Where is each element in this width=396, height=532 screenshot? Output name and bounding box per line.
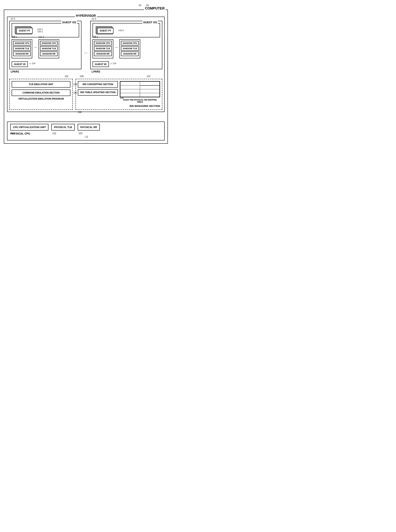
ref-112-2: 112-2 xyxy=(39,36,44,38)
dots-1: ··· xyxy=(34,39,37,49)
virt-emulation-box: 131 TLB EMULATION UNIT 133 COMMAND EMULA… xyxy=(9,79,73,110)
shadow-cpu-box-2: SHADOW CPU SHADOW TLB SHADOW RR xyxy=(39,39,59,58)
lpar2-ref: 11-2 xyxy=(92,17,96,20)
shadow-cpu-box-1: SHADOW CPU SHADOW TLB SHADOW RR xyxy=(12,39,32,58)
rid-converting: RID CONVERTING SECTION xyxy=(78,81,118,88)
computer-container: COMPUTER HYPERVISOR 11-1 GUEST OS xyxy=(4,10,168,144)
shadow-cpu-3: SHADOW CPU xyxy=(94,41,112,45)
guest-pt-ref-1: 112-1 xyxy=(37,28,43,30)
ref-13: 13 xyxy=(139,4,141,7)
command-emulation: COMMAND EMULATION SECTION xyxy=(12,89,70,96)
guest-pt-2: GUEST PT xyxy=(97,28,113,34)
shadow-tlb-3: SHADOW TLB xyxy=(94,46,112,51)
shadow-cpu-2: SHADOW CPU xyxy=(40,41,58,45)
shadow-tlb-4: SHADOW TLB xyxy=(121,46,139,51)
lpar2-label: LPAR2 xyxy=(92,70,100,73)
computer-label: COMPUTER xyxy=(144,6,166,11)
guest-pt-ref-115-2: 115-2 xyxy=(118,29,124,31)
physical-row: CPU VIRTUALIZATION UNIT 121 PHYSICAL TLB… xyxy=(10,124,161,130)
rid-managing-label: RID MANAGING SECTION xyxy=(78,105,160,107)
guest-pt-ref-115-1: 115-1 xyxy=(37,30,43,33)
guest-os-2: GUEST OS GUEST PT 115-2 xyxy=(93,23,160,37)
ref-112-1: 112-1 xyxy=(12,36,17,38)
guest-os-1: GUEST OS GUEST PT 112-1 115-1 xyxy=(12,23,79,37)
ref-131: 131 xyxy=(65,75,69,78)
ref-112-3: 112-3 xyxy=(93,36,98,38)
shadow-cpu-box-4: SHADOW CPU SHADOW TLB SHADOW RR xyxy=(119,39,140,58)
physical-tlb: PHYSICAL TLB xyxy=(51,124,75,130)
ref-135: 135 xyxy=(80,75,84,78)
physical-cpu-label: PHYSICAL CPU xyxy=(10,132,161,135)
lpar1-ref: 11-1 xyxy=(11,17,15,20)
guest-rid-table xyxy=(120,81,160,97)
shadow-rr-3: SHADOW RR xyxy=(94,52,112,56)
rid-table-updating: RID TABLE UPDATING SECTION xyxy=(78,89,118,96)
tlb-emulation: TLB EMULATION UNIT xyxy=(12,81,70,88)
rid-mapping-table xyxy=(120,82,160,97)
lpar1-box: 11-1 GUEST OS GUEST PT 112-1 xyxy=(9,21,82,69)
guest-pt-stack-2: GUEST PT xyxy=(97,28,113,34)
guest-pt-stack-1: GUEST PT xyxy=(16,28,33,34)
ref-114-1: ↙ 114 xyxy=(29,62,35,65)
shadow-tlb-1: SHADOW TLB xyxy=(13,46,31,51)
ref-12: ↑ 12 xyxy=(10,135,161,138)
lpar1-label: LPAR1 xyxy=(11,70,19,73)
ref-123: 123 xyxy=(79,132,82,135)
shadow-tlb-2: SHADOW TLB xyxy=(40,46,58,51)
ref-136: 136 xyxy=(120,97,124,99)
cpu-virt-unit: CPU VIRTUALIZATION UNIT xyxy=(10,124,48,130)
hypervisor-label: HYPERVISOR xyxy=(75,14,97,18)
shadow-cpu-1: SHADOW CPU xyxy=(13,41,31,45)
guest-rid-label: GUEST RID-PHYSICAL RID MAPPING TABLE xyxy=(120,99,160,103)
ref-114-2: ↙ 114 xyxy=(111,62,116,65)
rid-managing-section: 135 137 RID CONVERTING SECTION RID TABLE… xyxy=(76,79,162,110)
ref-122: 122 xyxy=(52,132,56,135)
dots-2: ··· xyxy=(115,39,118,49)
ref-137: 137 xyxy=(147,75,151,78)
physical-rr: PHYSICAL RR xyxy=(78,124,100,130)
shadow-cpu-box-3: SHADOW CPU SHADOW TLB SHADOW RR xyxy=(93,39,113,58)
shadow-rr-4: SHADOW RR xyxy=(121,52,139,56)
hypervisor-section: HYPERVISOR 11-1 GUEST OS GUEST PT xyxy=(7,17,165,112)
ref-130: 130 xyxy=(78,111,82,114)
lpar-dots: ··· xyxy=(84,21,87,69)
guest-id-1: GUEST ID xyxy=(12,61,28,67)
ref-10: 10 xyxy=(146,4,149,7)
shadow-rr-1: SHADOW RR xyxy=(13,52,31,56)
guest-id-2: GUEST ID xyxy=(93,61,109,67)
shadow-rr-2: SHADOW RR xyxy=(40,52,58,56)
guest-os-label-1: GUEST OS xyxy=(61,21,77,24)
virt-program-label: VIRTUALIZATION EMULATION PROGRAM xyxy=(12,98,70,100)
guest-os-label-2: GUEST OS xyxy=(142,21,158,24)
shadow-cpu-4: SHADOW CPU xyxy=(121,41,139,45)
guest-pt-1: GUEST PT xyxy=(16,28,33,34)
ref-121: 121 xyxy=(11,132,15,135)
lpar2-box: 11-2 GUEST OS GUEST PT 115-2 xyxy=(90,21,162,69)
physical-cpu-section: CPU VIRTUALIZATION UNIT 121 PHYSICAL TLB… xyxy=(7,122,165,140)
